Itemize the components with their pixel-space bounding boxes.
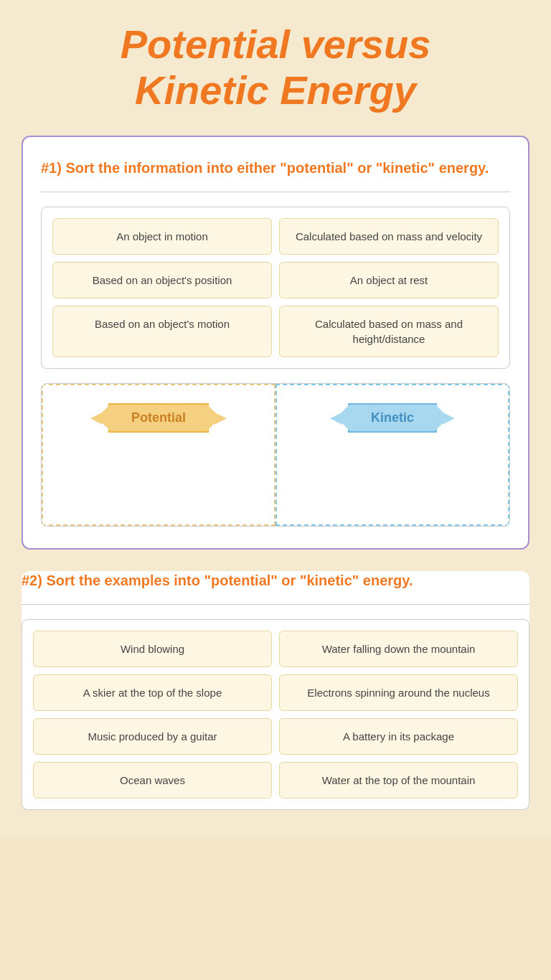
- section2-card: #2) Sort the examples into "potential" o…: [22, 571, 529, 810]
- sort-item[interactable]: Calculated based on mass and height/dist…: [279, 306, 499, 357]
- sort-item[interactable]: Electrons spinning around the nucleus: [279, 674, 518, 711]
- kinetic-ribbon: Kinetic: [348, 403, 437, 433]
- section2-title: #2) Sort the examples into "potential" o…: [22, 571, 529, 590]
- sort-item[interactable]: Based on an object's motion: [52, 306, 272, 357]
- potential-ribbon: Potential: [108, 403, 209, 433]
- sort-item[interactable]: Wind blowing: [33, 631, 272, 667]
- main-content: #1) Sort the information into either "po…: [0, 128, 551, 839]
- sort-item[interactable]: Music produced by a guitar: [33, 718, 272, 755]
- sort-item[interactable]: Water at the top of the mountain: [279, 762, 518, 798]
- section1-title: #1) Sort the information into either "po…: [41, 159, 510, 177]
- section1-drop-zones: ◀ Potential ▶ ◀ Kinetic ▶: [41, 383, 510, 527]
- sort-item[interactable]: Water falling down the mountain: [279, 631, 518, 667]
- sort-item[interactable]: A battery in its package: [279, 718, 518, 755]
- section2-sort-grid: Wind blowingWater falling down the mount…: [22, 619, 529, 810]
- sort-item[interactable]: Calculated based on mass and velocity: [279, 218, 499, 255]
- sort-item[interactable]: Based on an object's position: [52, 262, 272, 298]
- potential-banner-container: ◀ Potential ▶: [50, 392, 267, 440]
- sort-item[interactable]: An object in motion: [52, 218, 272, 255]
- page-header: Potential versus Kinetic Energy: [0, 0, 551, 128]
- kinetic-banner-container: ◀ Kinetic ▶: [284, 392, 501, 440]
- sort-item[interactable]: Ocean waves: [33, 762, 272, 798]
- sort-item[interactable]: A skier at the top of the slope: [33, 674, 272, 711]
- section2-divider: [22, 604, 529, 605]
- potential-drop-zone[interactable]: ◀ Potential ▶: [42, 384, 276, 526]
- section1-sort-grid: An object in motionCalculated based on m…: [41, 207, 510, 369]
- kinetic-drop-zone[interactable]: ◀ Kinetic ▶: [276, 384, 509, 526]
- section1-divider: [41, 192, 510, 192]
- page-title: Potential versus Kinetic Energy: [43, 22, 508, 114]
- sort-item[interactable]: An object at rest: [279, 262, 499, 298]
- section1-card: #1) Sort the information into either "po…: [22, 136, 529, 550]
